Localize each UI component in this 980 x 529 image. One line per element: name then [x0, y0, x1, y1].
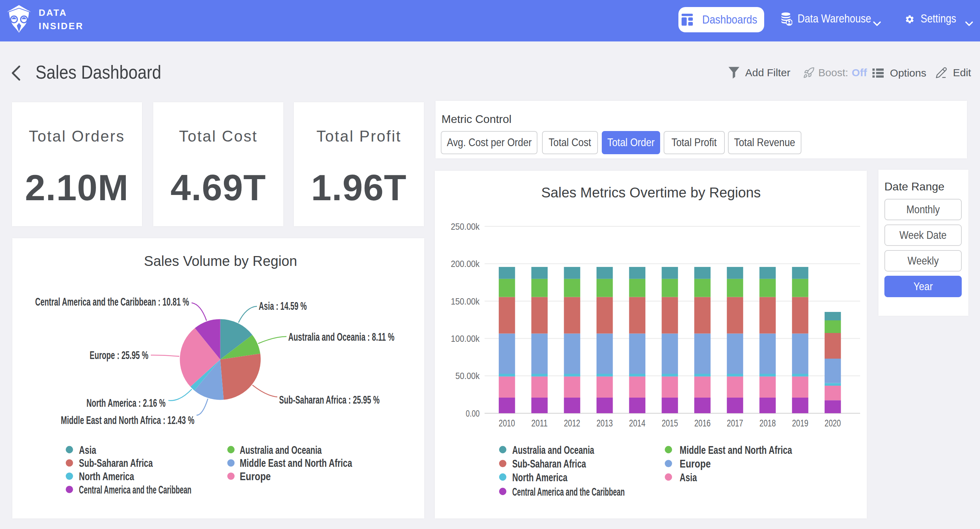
svg-text:Middle East and North Africa: Middle East and North Africa	[240, 457, 352, 469]
svg-text:2018: 2018	[760, 418, 776, 429]
svg-text:North America: North America	[512, 471, 567, 484]
svg-text:2014: 2014	[629, 418, 645, 429]
svg-text:Australia and Oceania: Australia and Oceania	[240, 444, 321, 456]
svg-text:50.00k: 50.00k	[455, 370, 480, 381]
svg-text:Sub-Saharan Africa : 25.95 %: Sub-Saharan Africa : 25.95 %	[279, 393, 380, 406]
svg-text:Australia and Oceania : 8.11 %: Australia and Oceania : 8.11 %	[288, 330, 395, 343]
svg-text:2013: 2013	[597, 418, 612, 429]
svg-text:2020: 2020	[825, 418, 841, 429]
svg-text:Central America and the Caribb: Central America and the Caribbean	[79, 483, 192, 496]
svg-text:North America: North America	[79, 470, 134, 483]
svg-text:0.00: 0.00	[466, 408, 479, 419]
svg-text:2012: 2012	[564, 418, 580, 429]
svg-text:100.00k: 100.00k	[451, 334, 480, 344]
svg-text:2011: 2011	[531, 418, 548, 429]
svg-text:Asia: Asia	[680, 471, 697, 484]
svg-text:Sub-Saharan Africa: Sub-Saharan Africa	[512, 458, 586, 470]
svg-text:200.00k: 200.00k	[451, 259, 480, 269]
svg-text:Australia and Oceania: Australia and Oceania	[512, 444, 594, 456]
svg-text:150.00k: 150.00k	[451, 296, 480, 307]
svg-text:2010: 2010	[499, 418, 515, 429]
svg-text:Europe: Europe	[680, 458, 711, 470]
svg-text:2017: 2017	[727, 418, 743, 429]
svg-text:Central America and the Caribb: Central America and the Caribbean	[512, 485, 625, 498]
svg-text:Asia: Asia	[79, 444, 96, 456]
svg-text:Europe: Europe	[240, 470, 270, 483]
svg-text:Sales Volume by Region: Sales Volume by Region	[144, 253, 297, 269]
svg-text:North America : 2.16 %: North America : 2.16 %	[86, 397, 165, 409]
svg-text:2019: 2019	[792, 418, 808, 429]
svg-text:Europe : 25.95 %: Europe : 25.95 %	[90, 349, 148, 361]
svg-text:2016: 2016	[694, 418, 710, 429]
svg-text:Central America and the Caribb: Central America and the Caribbean : 10.8…	[35, 295, 189, 308]
svg-text:Sub-Saharan Africa: Sub-Saharan Africa	[79, 457, 153, 469]
svg-text:Asia : 14.59 %: Asia : 14.59 %	[259, 300, 307, 312]
svg-text:Sales Metrics Overtime by Regi: Sales Metrics Overtime by Regions	[541, 185, 761, 200]
svg-text:Middle East and North Africa :: Middle East and North Africa : 12.43 %	[61, 414, 194, 426]
svg-text:250.00k: 250.00k	[451, 221, 480, 232]
svg-text:Middle East and North Africa: Middle East and North Africa	[680, 444, 792, 456]
svg-text:2015: 2015	[662, 418, 678, 429]
